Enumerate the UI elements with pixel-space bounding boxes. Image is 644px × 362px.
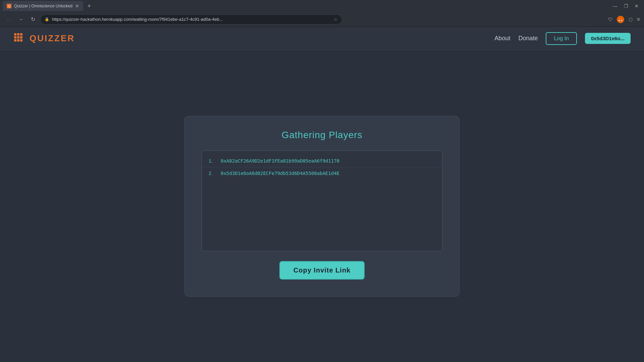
page-content: QUIZZER About Donate Log In 0x5d3D1e6o..…	[0, 27, 644, 362]
extension-icon[interactable]: ⬡	[626, 15, 635, 24]
menu-icon[interactable]: ≡	[637, 16, 640, 22]
player-address-1: 0xA82aCF26A9D2e1dF1FEa81b99aD05eaA6f9d11…	[221, 158, 339, 164]
browser-toolbar: ← → ↻ 🔒 https://quizzer-hackathon.heroku…	[0, 12, 644, 27]
bookmark-icon[interactable]: ☆	[333, 17, 338, 22]
player-row: 1. 0xA82aCF26A9D2e1dF1FEa81b99aD05eaA6f9…	[202, 155, 442, 167]
tab-favicon: Q	[7, 4, 11, 8]
refresh-button[interactable]: ↻	[28, 15, 38, 24]
tab-close-button[interactable]: ✕	[75, 4, 79, 8]
svg-rect-2	[20, 33, 22, 36]
maximize-button[interactable]: ❐	[621, 1, 631, 11]
svg-rect-4	[17, 36, 19, 39]
firefox-icon[interactable]: 🦊	[617, 16, 624, 23]
lock-icon: 🔒	[45, 17, 49, 21]
svg-rect-3	[14, 36, 16, 39]
window-controls: — ❐ ✕	[610, 1, 641, 11]
address-bar[interactable]: 🔒 https://quizzer-hackathon.herokuapp.co…	[40, 14, 342, 24]
site-nav: QUIZZER About Donate Log In 0x5d3D1e6o..…	[0, 27, 644, 50]
player-number-1: 1.	[209, 158, 217, 164]
close-button[interactable]: ✕	[632, 1, 641, 11]
player-number-2: 2.	[209, 171, 217, 176]
donate-link[interactable]: Donate	[518, 35, 538, 42]
logo-text: QUIZZER	[30, 33, 75, 44]
new-tab-button[interactable]: +	[85, 1, 94, 11]
copy-invite-button[interactable]: Copy Invite Link	[279, 261, 365, 280]
browser-chrome: Q Quizzer | Omniscience Unlocked ✕ + — ❐…	[0, 0, 644, 27]
back-button[interactable]: ←	[4, 15, 13, 24]
logo-area: QUIZZER	[13, 33, 75, 45]
logo-icon	[13, 33, 25, 45]
browser-tab[interactable]: Q Quizzer | Omniscience Unlocked ✕	[3, 1, 83, 11]
url-text: https://quizzer-hackathon.herokuapp.com/…	[52, 17, 331, 22]
svg-rect-7	[17, 39, 19, 42]
svg-rect-8	[20, 39, 22, 42]
about-link[interactable]: About	[494, 35, 510, 42]
player-address-2: 0x5d3D1e6oA6d02ECFe79db53d6D4A5508abAE1d…	[221, 171, 339, 176]
player-row: 2. 0x5d3D1e6oA6d02ECFe79db53d6D4A5508abA…	[202, 167, 442, 179]
card-title: Gathering Players	[281, 130, 362, 140]
nav-links: About Donate Log In 0x5d3D1e6o...	[494, 32, 631, 45]
forward-button[interactable]: →	[16, 15, 25, 24]
svg-rect-0	[14, 33, 16, 36]
address-button[interactable]: 0x5d3D1e6o...	[585, 33, 631, 44]
minimize-button[interactable]: —	[610, 1, 620, 11]
svg-rect-1	[17, 33, 19, 36]
main-area: Gathering Players 1. 0xA82aCF26A9D2e1dF1…	[0, 50, 644, 362]
browser-titlebar: Q Quizzer | Omniscience Unlocked ✕ + — ❐…	[0, 0, 644, 12]
players-list: 1. 0xA82aCF26A9D2e1dF1FEa81b99aD05eaA6f9…	[202, 150, 442, 251]
browser-extensions: 🛡 🦊 ⬡ ≡	[606, 15, 640, 24]
svg-rect-5	[20, 36, 22, 39]
svg-rect-6	[14, 39, 16, 42]
tab-title: Quizzer | Omniscience Unlocked	[14, 4, 72, 8]
shield-icon[interactable]: 🛡	[606, 15, 615, 24]
waiting-room-card: Gathering Players 1. 0xA82aCF26A9D2e1dF1…	[184, 116, 460, 297]
login-button[interactable]: Log In	[546, 32, 577, 45]
